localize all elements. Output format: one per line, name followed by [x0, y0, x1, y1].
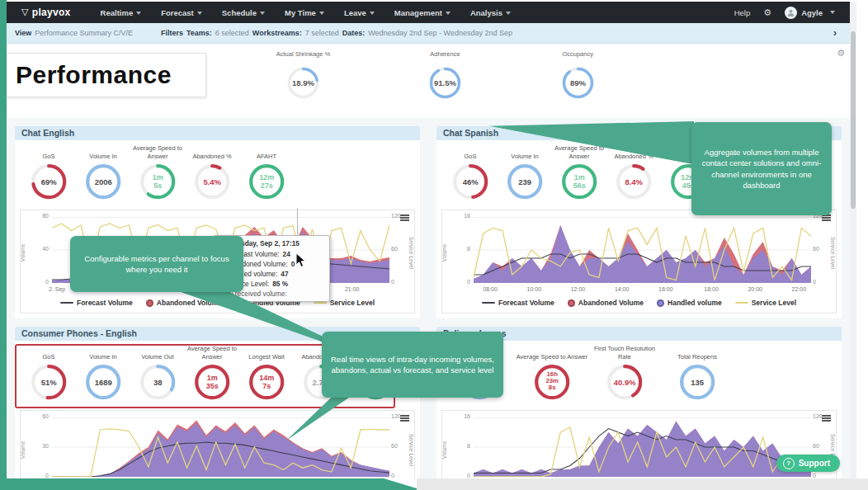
- secondary-axis-label: Service Level: [408, 434, 414, 466]
- callout-configurable-metrics: Configurable metrics per channel to focu…: [70, 236, 243, 292]
- svg-text:8s: 8s: [549, 384, 556, 391]
- nav-item-analysis[interactable]: Analysis: [470, 8, 511, 17]
- kpi-donut: 40.9%: [605, 362, 644, 402]
- dashboard-gear-icon[interactable]: ⚙: [837, 48, 845, 59]
- svg-text:7s: 7s: [262, 382, 271, 390]
- kpi-donut: 69%: [29, 162, 68, 201]
- support-label: Support: [799, 459, 830, 468]
- legend-item-forecast-volume[interactable]: Forecast Volume: [482, 299, 554, 307]
- chevron-down-icon: [506, 12, 511, 15]
- legend-item-handled-volume[interactable]: Handled volume: [657, 299, 722, 307]
- scrollbar-track[interactable]: [850, 2, 856, 478]
- svg-text:12m: 12m: [259, 173, 274, 181]
- kpi-average-speed-to-answer: Average Speed to Answer 16h23m8s: [516, 344, 588, 408]
- nav-item-schedule[interactable]: Schedule: [222, 8, 265, 17]
- chevron-down-icon: [197, 12, 202, 15]
- kpi-volume-out: Volume Out 38: [130, 344, 185, 408]
- kpi-donut: 1689: [83, 362, 123, 402]
- app-window: ▽ playvox RealtimeForecastScheduleMy Tim…: [7, 2, 856, 478]
- top-navbar: ▽ playvox RealtimeForecastScheduleMy Tim…: [7, 2, 856, 23]
- kpi-label: Volume Out: [141, 344, 173, 360]
- nav-item-realtime[interactable]: Realtime: [101, 8, 142, 17]
- nav-item-my-time[interactable]: My Time: [285, 8, 324, 17]
- chevron-down-icon: [260, 12, 265, 15]
- chart-plot-area[interactable]: [52, 417, 389, 477]
- gauge-label: Actual Shrinkage %: [253, 50, 352, 65]
- secondary-axis-label: Service Level: [408, 237, 414, 269]
- chart-plot-area[interactable]: [474, 217, 811, 283]
- settings-gear-icon[interactable]: ⚙: [763, 7, 771, 18]
- dates-value[interactable]: Wednesday 2nd Sep - Wednesday 2nd Sep: [368, 29, 512, 37]
- view-value[interactable]: Performance Summary C/V/E: [35, 29, 133, 37]
- kpi-label: Average Speed to Answer: [185, 344, 239, 360]
- kpi-gos: GoS 69%: [21, 144, 76, 208]
- gauge-occupancy: Occupancy 89%: [528, 50, 627, 104]
- legend-item-service-level[interactable]: Service Level: [735, 299, 796, 307]
- kpi-label: Longest Wait: [248, 344, 285, 360]
- chart-panel: Volume 16 8 0 120 60 0 Service Level 08:…: [441, 210, 837, 313]
- slide-canvas: ▽ playvox RealtimeForecastScheduleMy Tim…: [0, 0, 868, 490]
- svg-text:1m: 1m: [152, 173, 163, 181]
- kpi-label: First Touch Resolution Rate: [588, 344, 661, 360]
- kpi-donut: 38: [138, 362, 177, 402]
- kpi-volume-in: Volume In 1689: [76, 344, 130, 408]
- kpi-label: Average Speed to Answer: [517, 344, 588, 360]
- filter-bar: View Performance Summary C/V/E Filters T…: [7, 23, 856, 44]
- svg-text:69%: 69%: [41, 177, 58, 186]
- svg-text:89%: 89%: [570, 78, 587, 87]
- nav-item-leave[interactable]: Leave: [344, 8, 375, 17]
- svg-text:135: 135: [691, 378, 705, 387]
- svg-text:5s: 5s: [153, 181, 162, 190]
- x-axis-labels: 08:0010:0012:0014:0016:0018:0020:0022:00: [474, 286, 811, 294]
- legend-swatch: [60, 302, 73, 304]
- dates-label: Dates:: [342, 29, 366, 37]
- gauge-label: Adherence: [395, 50, 494, 65]
- kpi-donut: 8.4%: [614, 162, 653, 201]
- svg-text:38: 38: [153, 378, 163, 387]
- user-menu[interactable]: Agyle: [785, 7, 835, 19]
- slide-frame-bottom-gray: [417, 478, 868, 490]
- svg-text:1m: 1m: [206, 374, 217, 382]
- chart-plot-area[interactable]: [474, 417, 811, 477]
- support-button[interactable]: ? Support: [776, 455, 840, 472]
- kpi-donut: 1m35s: [192, 362, 232, 402]
- chevron-down-icon: [370, 12, 375, 15]
- kpi-gos: GoS 46%: [443, 144, 498, 208]
- user-name: Agyle: [801, 8, 823, 17]
- slide-frame-left: [0, 0, 7, 490]
- legend-item-abandoned-volume[interactable]: Abandoned Volume: [568, 299, 644, 307]
- legend-item-forecast-volume[interactable]: Forecast Volume: [60, 299, 133, 307]
- chart-legend: Forecast Volume Abandoned Volume Handled…: [442, 299, 836, 307]
- scrollbar-thumb[interactable]: [851, 31, 856, 209]
- y-axis-label: Volume: [441, 244, 447, 262]
- metrics-row: GoS 69% Volume In 2006 Average Speed to …: [15, 140, 420, 208]
- help-link[interactable]: Help: [734, 8, 751, 17]
- svg-text:2006: 2006: [94, 177, 111, 186]
- workstreams-value[interactable]: 7 selected: [305, 29, 339, 37]
- kpi-gos: GoS 51%: [21, 344, 76, 408]
- gauge-label: Occupancy: [528, 50, 627, 65]
- gauge-adherence: Adherence 91.5%: [395, 50, 494, 104]
- expand-chevron-icon[interactable]: ›: [833, 27, 837, 39]
- kpi-donut: 51%: [29, 362, 68, 402]
- kpi-average-speed-to-answer: Average Speed to Answer 1m56s: [552, 144, 606, 208]
- playvox-logo-text: playvox: [32, 7, 71, 18]
- kpi-donut: 14m7s: [247, 362, 286, 402]
- avatar: [785, 7, 797, 19]
- secondary-axis-label: Service Level: [830, 237, 836, 269]
- teams-value[interactable]: 6 selected: [215, 29, 249, 37]
- chevron-down-icon: [830, 11, 835, 14]
- y-axis-label: Volume: [20, 244, 26, 262]
- kpi-donut: 2006: [83, 162, 123, 201]
- kpi-label: GoS: [464, 144, 476, 160]
- page-title: Performance: [16, 61, 172, 89]
- kpi-label: Average Speed to Answer: [130, 144, 185, 160]
- kpi-donut: 16h23m8s: [532, 362, 572, 402]
- nav-item-management[interactable]: Management: [394, 8, 451, 17]
- svg-text:8.4%: 8.4%: [625, 177, 643, 186]
- nav-item-forecast[interactable]: Forecast: [161, 8, 202, 17]
- teams-label: Teams:: [186, 29, 212, 37]
- svg-text:51%: 51%: [41, 378, 58, 387]
- playvox-logo[interactable]: ▽ playvox: [21, 7, 71, 18]
- kpi-donut: 12m27s: [247, 162, 286, 201]
